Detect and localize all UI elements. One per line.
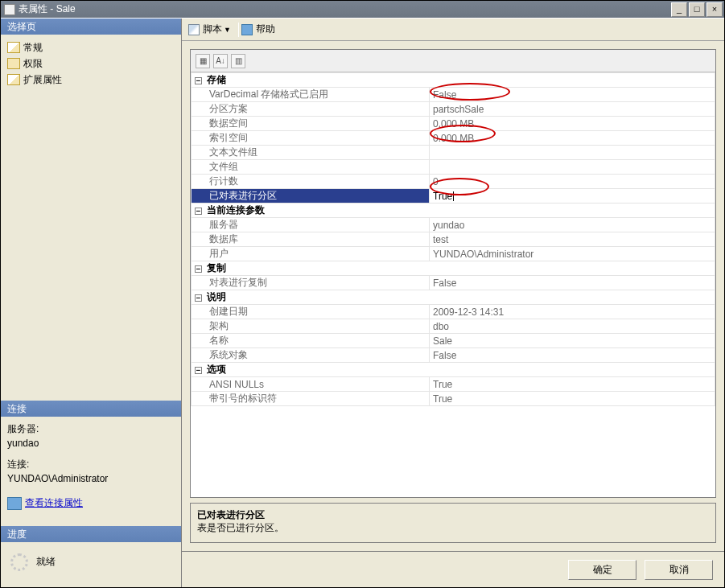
text-caret bbox=[453, 191, 454, 201]
prop-row: 分区方案partschSale bbox=[192, 102, 715, 117]
view-conn-props-link[interactable]: 查看连接属性 bbox=[25, 497, 83, 508]
prop-row: 用户YUNDAO\Administrator bbox=[192, 247, 715, 261]
prop-row: 系统对象False bbox=[192, 348, 715, 363]
view-conn-props[interactable]: 查看连接属性 bbox=[7, 495, 175, 510]
page-tree: 常规 权限 扩展属性 bbox=[1, 35, 181, 93]
conn-label: 连接: bbox=[7, 457, 175, 471]
bottom-bar: 确定 取消 bbox=[182, 551, 724, 587]
page-icon bbox=[7, 42, 20, 53]
body: 选择页 常规 权限 扩展属性 连接 服务器: yundao 连接: YUNDAO… bbox=[1, 18, 724, 587]
prop-row: 文件组 bbox=[192, 160, 715, 175]
connection-icon bbox=[7, 497, 22, 510]
prop-row: 创建日期2009-12-3 14:31 bbox=[192, 305, 715, 319]
connection-header: 连接 bbox=[1, 401, 181, 417]
left-panel: 选择页 常规 权限 扩展属性 连接 服务器: yundao 连接: YUNDAO… bbox=[1, 19, 182, 587]
category-storage[interactable]: −存储 bbox=[192, 73, 715, 88]
prop-row: VarDecimal 存储格式已启用False bbox=[192, 88, 715, 102]
toolbar: 脚本 ▼ 帮助 bbox=[182, 19, 724, 41]
prop-row: 数据库test bbox=[192, 232, 715, 247]
category-replication[interactable]: −复制 bbox=[192, 261, 715, 276]
help-button[interactable]: 帮助 bbox=[256, 23, 275, 36]
progress-body: 就绪 bbox=[1, 542, 181, 587]
description-text: 表是否已进行分区。 bbox=[197, 521, 709, 534]
grid-toolbar: ▦ A↓ ▥ bbox=[191, 50, 715, 72]
progress-status: 就绪 bbox=[36, 556, 56, 567]
script-button[interactable]: 脚本 bbox=[203, 23, 222, 36]
prop-row: 行计数0 bbox=[192, 175, 715, 189]
right-panel: 脚本 ▼ 帮助 ▦ A↓ ▥ −存储 VarDecimal 存储格式已启用Fal… bbox=[182, 19, 724, 587]
toolbar-separator bbox=[238, 23, 239, 37]
property-grid: ▦ A↓ ▥ −存储 VarDecimal 存储格式已启用False 分区方案p… bbox=[190, 49, 716, 498]
cancel-button[interactable]: 取消 bbox=[645, 560, 713, 580]
conn-value: YUNDAO\Administrator bbox=[7, 471, 175, 486]
server-value: yundao bbox=[7, 436, 175, 450]
help-icon bbox=[241, 24, 253, 35]
prop-row: 名称Sale bbox=[192, 334, 715, 348]
prop-row-partitioned: 已对表进行分区True bbox=[192, 189, 715, 204]
grid-view-button[interactable]: ▥ bbox=[231, 54, 245, 68]
tree-item-label: 扩展属性 bbox=[23, 72, 62, 87]
server-label: 服务器: bbox=[7, 421, 175, 436]
prop-row: 数据空间0.000 MB bbox=[192, 117, 715, 131]
key-icon bbox=[7, 58, 20, 69]
titlebar[interactable]: 表属性 - Sale _ □ × bbox=[1, 1, 724, 18]
tree-item-general[interactable]: 常规 bbox=[7, 39, 175, 56]
tree-item-extended[interactable]: 扩展属性 bbox=[7, 72, 175, 88]
progress-icon bbox=[10, 553, 28, 571]
tree-item-label: 常规 bbox=[23, 40, 43, 55]
tree-item-permissions[interactable]: 权限 bbox=[7, 56, 175, 72]
script-icon bbox=[188, 24, 200, 35]
script-dropdown-icon[interactable]: ▼ bbox=[224, 26, 231, 34]
prop-row: 文本文件组 bbox=[192, 146, 715, 160]
prop-row: 服务器yundao bbox=[192, 218, 715, 232]
window-title: 表属性 - Sale bbox=[19, 2, 669, 16]
prop-row: 架构dbo bbox=[192, 319, 715, 334]
minimize-button[interactable]: _ bbox=[671, 2, 687, 17]
description-box: 已对表进行分区 表是否已进行分区。 bbox=[190, 503, 716, 543]
ok-button[interactable]: 确定 bbox=[568, 560, 636, 580]
prop-row: 索引空间0.000 MB bbox=[192, 131, 715, 146]
maximize-button[interactable]: □ bbox=[689, 2, 705, 17]
select-page-header: 选择页 bbox=[1, 19, 181, 35]
category-description[interactable]: −说明 bbox=[192, 290, 715, 305]
page-icon bbox=[7, 74, 20, 85]
connection-body: 服务器: yundao 连接: YUNDAO\Administrator 查看连… bbox=[1, 417, 181, 515]
description-title: 已对表进行分区 bbox=[197, 508, 709, 521]
prop-row: 带引号的标识符True bbox=[192, 392, 715, 406]
property-table: −存储 VarDecimal 存储格式已启用False 分区方案partschS… bbox=[191, 72, 715, 406]
window: 表属性 - Sale _ □ × 选择页 常规 权限 扩展属性 连接 服务器: … bbox=[0, 0, 725, 588]
progress-header: 进度 bbox=[1, 526, 181, 542]
prop-row: 对表进行复制False bbox=[192, 276, 715, 290]
window-buttons: _ □ × bbox=[669, 2, 723, 17]
category-connection[interactable]: −当前连接参数 bbox=[192, 204, 715, 218]
close-button[interactable]: × bbox=[706, 2, 723, 17]
alpha-sort-button[interactable]: A↓ bbox=[213, 54, 228, 68]
categorize-button[interactable]: ▦ bbox=[196, 54, 210, 68]
tree-item-label: 权限 bbox=[23, 56, 43, 71]
prop-row: ANSI NULLsTrue bbox=[192, 377, 715, 392]
window-icon bbox=[4, 4, 15, 15]
category-options[interactable]: −选项 bbox=[192, 363, 715, 377]
